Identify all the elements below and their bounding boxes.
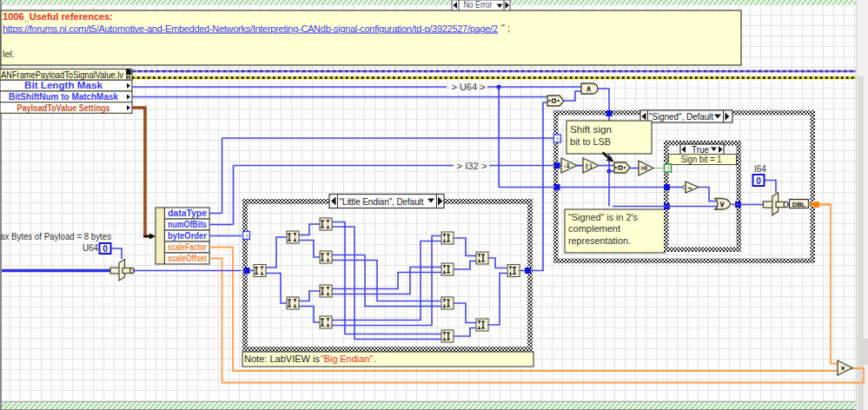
svg-text:> I32 >: > I32 > bbox=[457, 161, 487, 171]
svg-text:1006_Useful references:: 1006_Useful references: bbox=[3, 11, 113, 22]
svg-text:lel.: lel. bbox=[3, 49, 15, 59]
svg-text:0: 0 bbox=[103, 244, 108, 254]
svg-text:∨: ∨ bbox=[719, 200, 726, 208]
svg-text:(·): (·) bbox=[586, 162, 592, 169]
svg-text:complement: complement bbox=[568, 223, 620, 234]
svg-text:Sign bit = 1: Sign bit = 1 bbox=[681, 154, 722, 164]
svg-text:numOfBits: numOfBits bbox=[168, 220, 207, 229]
svg-text:-1: -1 bbox=[564, 162, 571, 169]
svg-text:byteOrder: byteOrder bbox=[168, 231, 207, 241]
svg-text:×: × bbox=[840, 364, 845, 373]
svg-text:"Signed", Default: "Signed", Default bbox=[649, 111, 713, 122]
svg-text:DBL: DBL bbox=[792, 201, 806, 208]
svg-text:scaleOffset: scaleOffset bbox=[168, 254, 208, 263]
svg-text:> U64 >: > U64 > bbox=[452, 82, 486, 92]
svg-text:?: ? bbox=[244, 233, 248, 241]
svg-text:PayloadToValue Settings: PayloadToValue Settings bbox=[17, 102, 110, 113]
svg-text:representation.: representation. bbox=[568, 235, 631, 246]
svg-text:ANFramePayloadToSignalValue.lv: ANFramePayloadToSignalValue.lv bbox=[1, 69, 123, 80]
svg-text:True: True bbox=[692, 145, 710, 155]
svg-text:BitShiftNum to MatchMask: BitShiftNum to MatchMask bbox=[9, 91, 119, 102]
svg-text:¬: ¬ bbox=[687, 184, 692, 192]
svg-text:U64: U64 bbox=[83, 243, 98, 253]
svg-text:?: ? bbox=[555, 136, 560, 143]
svg-text:0: 0 bbox=[756, 176, 761, 186]
svg-text:∧: ∧ bbox=[586, 84, 592, 93]
svg-text:bit to LSB: bit to LSB bbox=[570, 136, 611, 147]
svg-text:Bit Length Mask: Bit Length Mask bbox=[24, 80, 103, 90]
svg-text:"Big Endian": "Big Endian" bbox=[321, 354, 373, 364]
svg-text:?: ? bbox=[666, 165, 670, 173]
svg-text:dataType: dataType bbox=[168, 208, 207, 218]
svg-text:Note: LabVIEW is: Note: LabVIEW is bbox=[244, 354, 320, 364]
svg-text:.: . bbox=[374, 354, 376, 364]
svg-text:scaleFactor: scaleFactor bbox=[168, 242, 207, 252]
svg-text:Shift sign: Shift sign bbox=[570, 124, 612, 135]
svg-text:>0: >0 bbox=[640, 165, 647, 171]
svg-text:" ;: " ; bbox=[501, 23, 510, 33]
svg-text:https://forums.ni.com/t5/Autom: https://forums.ni.com/t5/Automotive-and-… bbox=[3, 23, 498, 34]
svg-text:"Signed" is in 2's: "Signed" is in 2's bbox=[568, 212, 638, 222]
svg-text:ax Bytes of Payload = 8 bytes: ax Bytes of Payload = 8 bytes bbox=[0, 231, 111, 241]
svg-text:No Error: No Error bbox=[464, 0, 494, 10]
svg-text:I64: I64 bbox=[754, 164, 766, 174]
svg-text:"Little Endian", Default: "Little Endian", Default bbox=[340, 196, 424, 207]
